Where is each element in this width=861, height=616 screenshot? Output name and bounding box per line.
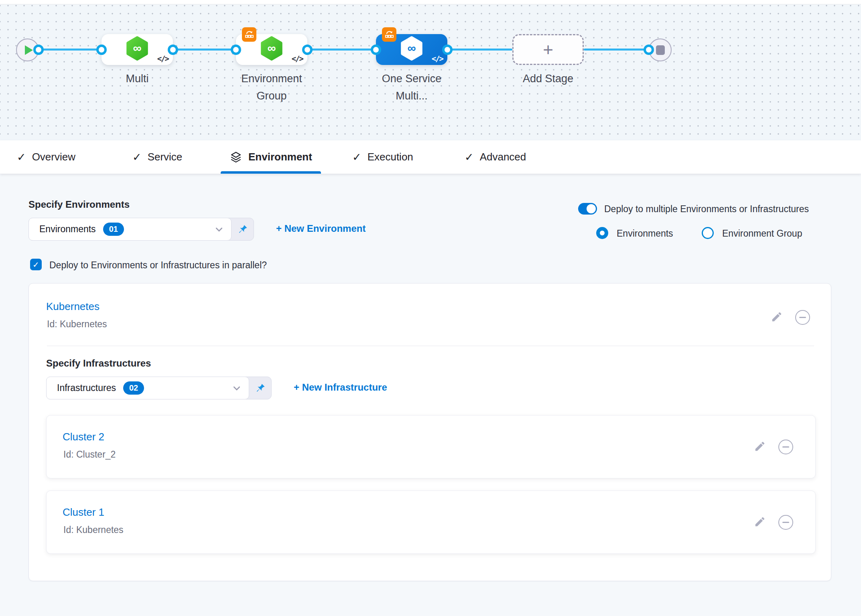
port-envgroup-out [302,45,313,55]
port-multi-out [168,45,178,55]
infrastructure-id-text: Id: Kubernetes [63,525,124,535]
service-hexagon-icon: ∞ [400,36,423,62]
pencil-icon [771,311,783,323]
tab-label: Overview [32,151,75,163]
tab-label: Environment [248,151,312,163]
deploy-parallel-checkbox[interactable]: ✓ [30,259,42,270]
chevron-down-icon [214,225,224,234]
code-icon: </> [292,54,303,63]
infrastructures-select-field[interactable]: Infrastructures 02 [46,377,249,399]
port-start-out [33,45,44,55]
check-icon: ✓ [132,151,142,164]
stage-node-multi[interactable]: ∞ </> [102,34,173,65]
infrastructure-title-link[interactable]: Cluster 2 [63,431,104,443]
tab-environment[interactable]: Environment [229,140,312,174]
stage-label-environment-group: Environment Group [227,70,317,105]
play-icon [25,45,33,55]
environment-layers-icon [229,151,242,164]
pin-icon [237,224,248,235]
new-environment-link[interactable]: + New Environment [276,223,366,234]
tab-label: Execution [368,151,413,163]
stage-label-add-stage: Add Stage [503,70,593,87]
minus-icon [782,446,789,448]
tab-label: Service [148,151,183,163]
pipeline-canvas[interactable]: ∞ </> ∞ </> [0,4,861,140]
code-icon: </> [157,54,169,63]
check-icon: ✓ [465,151,474,164]
port-oneservice-out [442,45,453,55]
check-icon: ✓ [32,260,39,270]
infrastructure-card-cluster-1: Cluster 1 Id: Kubernetes [46,490,816,554]
stage-label-one-service-multi: One Service Multi... [367,70,457,105]
deploy-parallel-checkbox-label: Deploy to Environments or Infrastructure… [49,260,267,271]
environment-title-link[interactable]: Kubernetes [46,300,100,313]
port-multi-in [96,45,107,55]
radio-environment-group[interactable] [702,227,714,239]
port-envgroup-in [231,45,241,55]
minus-icon [782,522,789,523]
specify-environments-heading: Specify Environments [28,199,130,210]
plus-icon: + [543,42,553,58]
edge-oneservice-addstage [447,49,512,51]
add-stage-button[interactable]: + [512,34,584,65]
code-icon: </> [432,54,443,63]
svg-text:∞: ∞ [407,41,416,54]
deploy-multiple-toggle-label: Deploy to multiple Environments or Infra… [604,204,809,215]
new-infrastructure-link[interactable]: + New Infrastructure [294,382,387,393]
environment-tab-panel: Specify Environments Environments 01 + N… [0,174,861,616]
port-oneservice-in [371,45,381,55]
edge-envgroup-oneservice [307,49,376,51]
infrastructures-select-value: Infrastructures [57,383,116,393]
propagate-rollout-icon [382,27,396,42]
environments-count-badge: 01 [103,223,124,236]
service-hexagon-icon: ∞ [126,36,149,62]
infrastructure-title-link[interactable]: Cluster 1 [63,506,104,519]
tab-service[interactable]: ✓ Service [132,140,182,174]
toggle-knob [587,204,596,213]
tab-label: Advanced [480,151,526,163]
remove-infrastructure-button[interactable] [778,515,793,530]
environment-id-text: Id: Kubernetes [47,319,107,330]
stop-icon [656,45,665,55]
pencil-icon [754,440,766,452]
stage-label-multi: Multi [92,70,182,87]
remove-infrastructure-button[interactable] [778,440,793,454]
tab-overview[interactable]: ✓ Overview [17,140,75,174]
radio-environments-label[interactable]: Environments [617,228,673,239]
radio-environment-group-label[interactable]: Environment Group [722,228,802,239]
pin-button[interactable] [231,218,254,240]
infrastructures-select[interactable]: Infrastructures 02 [46,377,272,399]
stage-node-environment-group[interactable]: ∞ </> [236,34,307,65]
infrastructure-card-cluster-2: Cluster 2 Id: Cluster_2 [46,415,816,478]
chevron-down-icon [232,383,242,393]
deploy-multiple-toggle[interactable] [578,203,597,215]
environments-select-field[interactable]: Environments 01 [28,218,231,241]
stage-node-one-service-multi[interactable]: ∞ </> [376,34,447,65]
edit-infrastructure-button[interactable] [754,516,766,528]
propagate-rollout-icon [242,27,256,42]
svg-text:∞: ∞ [133,41,141,54]
environments-select-value: Environments [39,224,96,235]
check-icon: ✓ [17,151,26,164]
check-icon: ✓ [352,151,361,164]
service-hexagon-icon: ∞ [260,36,283,62]
environments-select[interactable]: Environments 01 [28,218,254,241]
card-divider [47,346,814,346]
radio-environments[interactable] [596,227,608,239]
specify-infrastructures-heading: Specify Infrastructures [46,358,151,369]
stage-config-tabbar: ✓ Overview ✓ Service Environment ✓ Execu… [0,140,861,174]
pin-icon [255,383,266,394]
tab-advanced[interactable]: ✓ Advanced [465,140,526,174]
tab-execution[interactable]: ✓ Execution [352,140,413,174]
remove-environment-button[interactable] [795,310,810,325]
edge-addstage-end [584,49,650,51]
pencil-icon [754,516,766,528]
infrastructure-id-text: Id: Cluster_2 [63,449,116,460]
port-end-in [644,45,654,55]
edit-environment-button[interactable] [771,311,783,323]
edge-start-multi [39,49,102,51]
pin-button[interactable] [249,377,271,399]
svg-text:∞: ∞ [267,41,276,54]
edit-infrastructure-button[interactable] [754,440,766,452]
environment-card-kubernetes: Kubernetes Id: Kubernetes Specify Infras… [28,283,831,581]
